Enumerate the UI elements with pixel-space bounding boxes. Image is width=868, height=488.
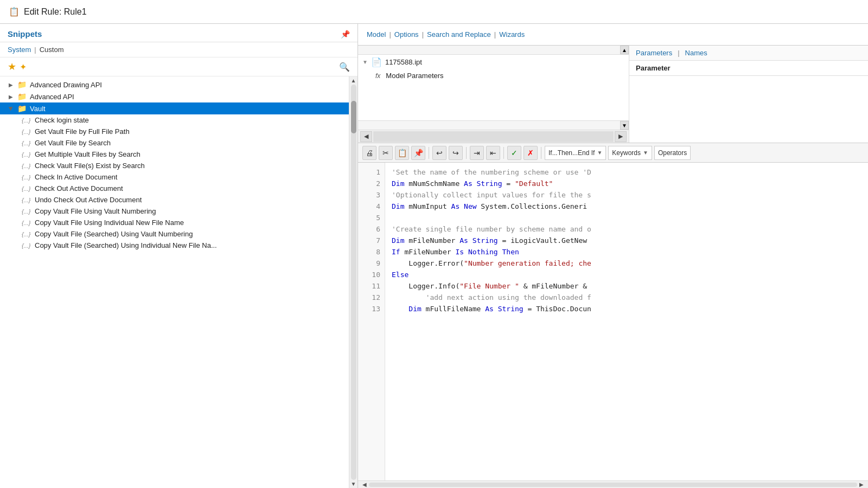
options-nav-link[interactable]: Options bbox=[394, 30, 419, 38]
keywords-dropdown[interactable]: Keywords ▼ bbox=[608, 146, 652, 160]
tree-item-vault[interactable]: ▶ 📁 Vault bbox=[0, 102, 349, 114]
code-token bbox=[464, 247, 468, 258]
tree-item-copy-vault-numbering[interactable]: {...} Copy Vault File Using Vault Number… bbox=[0, 206, 349, 217]
names-link[interactable]: Names bbox=[685, 49, 707, 57]
code-token: Nothing bbox=[468, 247, 498, 258]
tree-item-undo-checkout[interactable]: {...} Undo Check Out Active Document bbox=[0, 194, 349, 206]
tree-item-advanced-api[interactable]: ▶ 📁 Advanced API bbox=[0, 91, 349, 102]
scroll-up-btn[interactable]: ▲ bbox=[620, 46, 629, 54]
tree-item-get-vault-full[interactable]: {...} Get Vault File by Full File Path bbox=[0, 126, 349, 137]
if-then-label: If...Then...End If bbox=[548, 149, 595, 157]
snippets-scrollbar[interactable]: ▲ ▼ bbox=[349, 76, 358, 488]
undo-button[interactable]: ↩ bbox=[432, 146, 446, 160]
code-token: Logger.Info( bbox=[392, 281, 459, 292]
snippet-icon: {...} bbox=[22, 140, 31, 146]
code-line-11: Logger.Info( "File Number " & mFileNumbe… bbox=[392, 281, 861, 292]
file-tree-row[interactable]: ▼ 📄 1175588.ipt bbox=[358, 55, 629, 69]
tree-item-copy-searched-individual[interactable]: {...} Copy Vault File (Searched) Using I… bbox=[0, 240, 349, 251]
code-token: As bbox=[464, 178, 473, 190]
model-nav-link[interactable]: Model bbox=[367, 30, 386, 38]
star-outline-icon[interactable]: ✦ bbox=[20, 62, 27, 72]
scroll-left-arrow[interactable]: ◀ bbox=[360, 481, 369, 487]
star-icon[interactable]: ★ bbox=[8, 61, 16, 73]
line-num-2: 2 bbox=[376, 178, 380, 190]
operators-dropdown[interactable]: Operators bbox=[654, 146, 691, 160]
wizards-nav-link[interactable]: Wizards bbox=[499, 30, 525, 38]
code-token: 'Create single file number by scheme nam… bbox=[392, 224, 591, 235]
snippet-icon: {...} bbox=[22, 242, 31, 249]
tree-item-check-in[interactable]: {...} Check In Active Document bbox=[0, 171, 349, 183]
paste-button[interactable]: 📌 bbox=[411, 146, 425, 160]
params-column: Parameters | Names Parameter bbox=[629, 46, 868, 143]
tree-label: Advanced API bbox=[30, 93, 74, 101]
code-content[interactable]: 'Set the name of the numbering scheme or… bbox=[385, 163, 868, 480]
scroll-down-arrow[interactable]: ▼ bbox=[351, 481, 356, 487]
code-token: mFullFileName bbox=[422, 304, 485, 315]
code-token: "Default" bbox=[515, 178, 553, 190]
tree-label: Check Out Active Document bbox=[35, 184, 123, 192]
custom-nav-item[interactable]: Custom bbox=[40, 46, 64, 54]
tree-item-get-multiple-vault[interactable]: {...} Get Multiple Vault Files by Search bbox=[0, 149, 349, 160]
model-params-row[interactable]: fx Model Parameters bbox=[358, 69, 629, 82]
tree-item-copy-vault-individual[interactable]: {...} Copy Vault File Using Individual N… bbox=[0, 217, 349, 228]
code-line-7: Dim mFileNumber As String = iLogicVault.… bbox=[392, 235, 861, 247]
line-num-5: 5 bbox=[376, 213, 380, 224]
if-then-dropdown[interactable]: If...Then...End If ▼ bbox=[545, 146, 606, 160]
line-num-11: 11 bbox=[372, 281, 380, 292]
uncomment-button[interactable]: ✗ bbox=[524, 146, 538, 160]
search-button[interactable]: 🔍 bbox=[339, 62, 350, 72]
model-area: ▲ ▼ 📄 1175588.ipt fx Model Parameters bbox=[358, 46, 868, 143]
copy-button[interactable]: 📋 bbox=[395, 146, 409, 160]
code-token: System.Collections.Generi bbox=[477, 201, 588, 213]
indent-button[interactable]: ⇥ bbox=[470, 146, 484, 160]
code-line-9: Logger.Error( "Number generation failed;… bbox=[392, 258, 861, 269]
parameter-column-header: Parameter bbox=[629, 61, 868, 76]
system-nav-link[interactable]: System bbox=[8, 46, 31, 54]
parameters-link[interactable]: Parameters bbox=[636, 49, 672, 57]
code-token: If bbox=[392, 247, 400, 258]
code-token: Dim bbox=[392, 201, 404, 213]
redo-button[interactable]: ↪ bbox=[449, 146, 463, 160]
snippets-title: Snippets bbox=[8, 29, 42, 38]
tree-item-copy-searched-vault[interactable]: {...} Copy Vault File (Searched) Using V… bbox=[0, 228, 349, 240]
print-button[interactable]: 🖨 bbox=[362, 146, 376, 160]
scroll-down-btn[interactable]: ▼ bbox=[620, 121, 629, 130]
tree-item-check-login[interactable]: {...} Check login state bbox=[0, 114, 349, 126]
pin-icon[interactable]: 📌 bbox=[341, 30, 350, 38]
nav-prev-arrow[interactable]: ◀ bbox=[360, 131, 372, 142]
params-sep: | bbox=[678, 49, 679, 57]
snippets-tree[interactable]: ▶ 📁 Advanced Drawing API ▶ 📁 Advanced AP… bbox=[0, 76, 349, 488]
scroll-up-arrow[interactable]: ▲ bbox=[351, 78, 356, 84]
scroll-right-arrow[interactable]: ▶ bbox=[857, 481, 866, 487]
params-rows-area bbox=[629, 76, 868, 143]
code-token bbox=[498, 247, 502, 258]
code-token bbox=[473, 178, 477, 190]
code-line-2: Dim mNumSchmName As String = "Default" bbox=[392, 178, 861, 190]
tree-item-check-out[interactable]: {...} Check Out Active Document bbox=[0, 183, 349, 194]
code-token: New bbox=[464, 201, 476, 213]
code-line-6: 'Create single file number by scheme nam… bbox=[392, 224, 861, 235]
nav-next-arrow[interactable]: ▶ bbox=[615, 131, 627, 142]
comment-button[interactable]: ✓ bbox=[507, 146, 521, 160]
snippet-icon: {...} bbox=[22, 117, 31, 124]
tree-item-check-vault-exist[interactable]: {...} Check Vault File(s) Exist by Searc… bbox=[0, 160, 349, 171]
code-token: = ThisDoc.Docun bbox=[524, 304, 591, 315]
code-token: mFileNumber bbox=[400, 247, 456, 258]
snippets-nav: System | Custom bbox=[0, 42, 358, 57]
cut-button[interactable]: ✂ bbox=[379, 146, 393, 160]
code-token: 'Optionally collect input values for fil… bbox=[392, 190, 591, 201]
title-bar-icon: 📋 bbox=[9, 7, 20, 17]
line-num-12: 12 bbox=[372, 292, 380, 304]
tree-item-get-vault-search[interactable]: {...} Get Vault File by Search bbox=[0, 137, 349, 149]
code-token: Dim bbox=[392, 178, 404, 190]
code-token: Dim bbox=[409, 304, 421, 315]
expand-arrow: ▼ bbox=[362, 59, 368, 65]
code-line-12: 'add next action using the downloaded f bbox=[392, 292, 861, 304]
outdent-button[interactable]: ⇤ bbox=[486, 146, 500, 160]
tree-item-advanced-drawing-api[interactable]: ▶ 📁 Advanced Drawing API bbox=[0, 79, 349, 91]
search-replace-nav-link[interactable]: Search and Replace bbox=[427, 30, 491, 38]
snippets-toolbar: ★ ✦ 🔍 bbox=[0, 57, 358, 76]
star-icons: ★ ✦ bbox=[8, 61, 27, 73]
horizontal-scroll-track[interactable] bbox=[369, 483, 857, 487]
code-token: Dim bbox=[392, 235, 404, 247]
